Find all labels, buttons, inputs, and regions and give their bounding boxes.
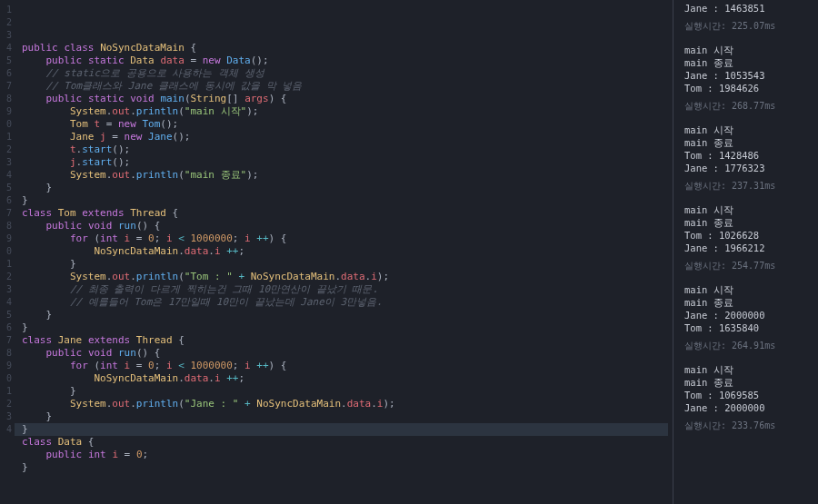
line-gutter: 1234567890123456789012345678901234	[0, 0, 15, 504]
code-token: ) {	[269, 93, 287, 104]
code-token: {	[166, 207, 178, 219]
output-run: main 시작main 종료Jane : 2000000Tom : 163584…	[684, 283, 818, 334]
code-token: ;	[155, 232, 166, 244]
output-line: main 종료	[684, 376, 818, 389]
code-token	[22, 347, 46, 359]
code-token: void	[130, 93, 155, 104]
code-token: =	[130, 232, 148, 244]
code-editor[interactable]: 1234567890123456789012345678901234 publi…	[0, 0, 673, 504]
output-line: main 시작	[684, 363, 818, 376]
code-token: {	[173, 334, 185, 346]
execution-time: 실행시간: 254.77ms	[684, 260, 818, 272]
code-token: .	[130, 398, 136, 410]
code-token: ();	[112, 156, 130, 168]
code-token	[22, 360, 70, 371]
code-token: public	[46, 93, 83, 104]
code-token	[112, 220, 118, 232]
code-token: ;	[233, 360, 244, 371]
code-token: }	[22, 194, 28, 206]
code-token	[22, 245, 94, 257]
code-token	[244, 271, 251, 282]
output-line: Jane : 1053543	[684, 69, 818, 82]
code-token: .	[130, 169, 136, 181]
code-area[interactable]: public class NoSyncDataMain { public sta…	[15, 0, 673, 504]
code-token	[82, 220, 88, 232]
code-token: );	[246, 105, 258, 117]
code-token: i	[166, 232, 173, 244]
execution-time: 실행시간: 237.31ms	[684, 180, 818, 193]
line-number: 1	[0, 385, 12, 398]
code-token: ;	[238, 372, 244, 384]
code-token: ();	[173, 131, 191, 143]
code-token: Thread	[130, 207, 166, 219]
code-token: }	[22, 321, 28, 333]
code-content[interactable]: public class NoSyncDataMain { public sta…	[22, 42, 673, 474]
code-token: );	[246, 169, 258, 181]
code-token: data	[185, 245, 209, 257]
code-token: static	[88, 54, 125, 66]
code-token: .	[130, 271, 136, 282]
code-token	[22, 80, 46, 92]
code-token	[82, 347, 88, 359]
code-token: <	[178, 232, 185, 244]
code-token: "main 시작"	[185, 105, 246, 117]
code-token: out	[112, 271, 130, 282]
code-token: class	[64, 42, 94, 54]
line-number: 7	[0, 80, 12, 93]
code-token: }	[22, 410, 52, 422]
code-token: =	[106, 131, 125, 143]
code-token	[22, 372, 94, 384]
line-number: 8	[0, 220, 12, 232]
line-number: 2	[0, 398, 12, 410]
code-token: i	[112, 449, 118, 460]
code-token: (	[88, 360, 100, 371]
output-line: Jane : 1776323	[684, 162, 818, 174]
code-token: =	[118, 449, 136, 460]
code-token: .	[178, 245, 185, 257]
code-token: }	[22, 182, 52, 193]
code-token: Data	[226, 54, 251, 66]
execution-time: 실행시간: 264.91ms	[684, 340, 818, 352]
code-token: data	[160, 54, 185, 66]
line-number: 5	[0, 54, 12, 67]
code-token: public	[46, 347, 83, 359]
line-number: 1	[0, 131, 12, 143]
code-token: void	[88, 220, 113, 232]
code-token: public	[46, 449, 83, 460]
code-token	[22, 54, 46, 66]
code-token: data	[347, 398, 372, 410]
code-token: .	[371, 398, 377, 410]
code-token: j	[100, 131, 106, 143]
code-token: .	[178, 372, 185, 384]
line-number: 0	[0, 372, 12, 385]
code-token: "Tom : "	[185, 271, 233, 282]
code-token: +	[244, 398, 251, 410]
code-token: class	[22, 207, 52, 219]
code-token: class	[22, 334, 52, 346]
code-token: ();	[112, 143, 130, 155]
code-token	[22, 143, 70, 155]
line-number: 8	[0, 93, 12, 105]
code-token	[82, 93, 88, 104]
code-token: j	[70, 156, 76, 168]
output-run: main 시작main 종료Tom : 1428486Jane : 177632…	[684, 124, 818, 174]
code-token: data	[185, 372, 209, 384]
code-token: // static으로 공용으로 사용하는 객체 생성	[46, 67, 264, 79]
output-line: main 시작	[684, 44, 818, 56]
code-token: (	[178, 105, 185, 117]
output-line: main 시작	[684, 283, 818, 296]
code-token: i	[214, 372, 221, 384]
code-token: ;	[233, 232, 244, 244]
code-token	[22, 156, 70, 168]
code-token	[52, 436, 58, 448]
code-token: }	[22, 258, 76, 270]
code-token: NoSyncDataMain	[100, 42, 185, 54]
code-token: ) {	[269, 232, 287, 244]
output-line: main 시작	[684, 203, 818, 216]
code-token: ++	[256, 360, 268, 371]
code-token: .	[208, 245, 214, 257]
code-token: out	[112, 169, 130, 181]
code-token: out	[112, 105, 130, 117]
code-token: // 예를들어 Tom은 17만일때 10만이 끝났는데 Jane이 3만넣음.	[70, 296, 383, 308]
code-token: ();	[251, 54, 269, 66]
